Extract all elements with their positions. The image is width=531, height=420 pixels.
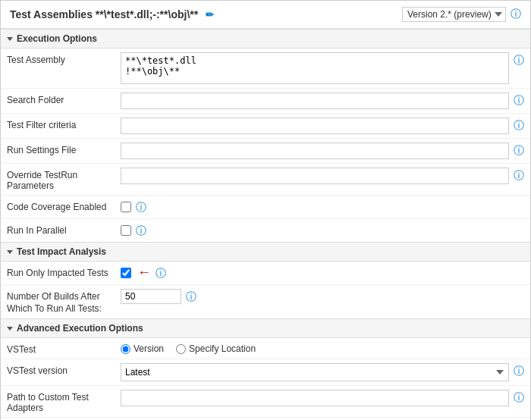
test-filter-control: ⓘ (121, 118, 524, 134)
version-radio[interactable] (121, 344, 130, 354)
path-adapters-label: Path to Custom Test Adapters (7, 390, 121, 413)
specify-location-radio[interactable] (176, 344, 186, 354)
test-impact-header[interactable]: Test Impact Analysis (1, 242, 530, 262)
run-settings-label: Run Settings File (7, 143, 121, 155)
vstest-control: Version Specify Location (121, 342, 524, 354)
version-radio-text: Version (134, 343, 164, 354)
vstest-version-label: VSTest version (7, 363, 121, 376)
search-folder-info-icon[interactable]: ⓘ (514, 94, 524, 108)
advanced-options-body: VSTest Version Specify Location (1, 338, 530, 420)
run-parallel-row: Run In Parallel ⓘ (1, 219, 530, 242)
specify-location-radio-label[interactable]: Specify Location (176, 343, 256, 354)
test-impact-title: Test Impact Analysis (17, 246, 106, 257)
test-assembly-control: **\*test*.dll !**\obj\** ⓘ (121, 52, 524, 84)
override-input[interactable] (121, 168, 509, 184)
execution-options-title: Execution Options (17, 33, 97, 44)
vstest-label: VSTest (7, 342, 121, 355)
run-only-impacted-label: Run Only Impacted Tests (7, 265, 121, 278)
test-assembly-row: Test Assembly **\*test*.dll !**\obj\** ⓘ (1, 49, 530, 89)
path-adapters-row: Path to Custom Test Adapters ⓘ (1, 386, 530, 418)
version-info-icon[interactable]: ⓘ (511, 8, 521, 21)
specify-location-radio-text: Specify Location (189, 343, 256, 354)
path-adapters-input[interactable] (121, 390, 509, 406)
run-settings-input[interactable] (121, 143, 509, 159)
vstest-version-info-icon[interactable]: ⓘ (514, 365, 524, 378)
red-arrow-indicator: ← (137, 265, 151, 279)
test-assembly-label: Test Assembly (7, 52, 121, 65)
title-text: Test Assemblies **\*test*.dll;-:**\obj\*… (10, 8, 198, 20)
execution-options-chevron (7, 37, 13, 41)
code-coverage-row: Code Coverage Enabled ⓘ (1, 196, 530, 219)
version-select[interactable]: Version 2.* (preview) Version 1.* (402, 7, 506, 22)
run-settings-row: Run Settings File ⓘ (1, 139, 530, 164)
advanced-options-chevron (7, 327, 13, 331)
run-only-impacted-checkbox[interactable] (121, 268, 131, 278)
override-control: ⓘ (121, 168, 524, 184)
page-title: Test Assemblies **\*test*.dll;-:**\obj\*… (10, 8, 214, 20)
test-assembly-info-icon[interactable]: ⓘ (514, 54, 524, 67)
path-adapters-control: ⓘ (121, 390, 524, 406)
test-filter-input[interactable] (121, 118, 509, 134)
num-builds-row: Number Of Builds After Which To Run All … (1, 285, 530, 318)
run-only-impacted-row: Run Only Impacted Tests ← ⓘ (1, 262, 530, 285)
advanced-options-title: Advanced Execution Options (17, 323, 143, 334)
test-filter-info-icon[interactable]: ⓘ (514, 119, 524, 133)
override-row: Override TestRun Parameters ⓘ (1, 164, 530, 196)
path-adapters-info-icon[interactable]: ⓘ (514, 391, 524, 405)
main-content: Execution Options Test Assembly **\*test… (1, 29, 530, 420)
num-builds-input[interactable] (121, 289, 181, 304)
vstest-version-select[interactable]: Latest Visual Studio 2017 Visual Studio … (121, 363, 509, 381)
search-folder-input[interactable] (121, 92, 509, 109)
header-right: Version 2.* (preview) Version 1.* ⓘ (402, 7, 521, 22)
run-settings-info-icon[interactable]: ⓘ (514, 144, 524, 158)
version-radio-label[interactable]: Version (121, 343, 164, 354)
num-builds-info-icon[interactable]: ⓘ (186, 290, 196, 304)
test-impact-body: Run Only Impacted Tests ← ⓘ Number Of Bu… (1, 262, 530, 318)
advanced-options-header[interactable]: Advanced Execution Options (1, 318, 530, 338)
vstest-radio-group: Version Specify Location (121, 342, 256, 354)
run-parallel-label: Run In Parallel (7, 223, 121, 236)
test-filter-label: Test Filter criteria (7, 118, 121, 130)
run-only-impacted-control: ← ⓘ (121, 265, 524, 281)
search-folder-control: ⓘ (121, 92, 524, 109)
vstest-row: VSTest Version Specify Location (1, 338, 530, 359)
vstest-version-control: Latest Visual Studio 2017 Visual Studio … (121, 363, 524, 381)
run-parallel-checkbox[interactable] (121, 225, 131, 236)
run-only-impacted-info-icon[interactable]: ⓘ (156, 267, 166, 281)
code-coverage-label: Code Coverage Enabled (7, 199, 121, 212)
edit-icon[interactable]: ✏ (206, 9, 214, 20)
run-parallel-info-icon[interactable]: ⓘ (136, 224, 146, 238)
code-coverage-checkbox[interactable] (121, 202, 131, 212)
run-parallel-control: ⓘ (121, 223, 524, 238)
execution-options-header[interactable]: Execution Options (1, 29, 530, 49)
override-info-icon[interactable]: ⓘ (514, 169, 524, 183)
search-folder-label: Search Folder (7, 92, 121, 105)
num-builds-label: Number Of Builds After Which To Run All … (7, 289, 121, 315)
num-builds-control: ⓘ (121, 289, 524, 304)
code-coverage-control: ⓘ (121, 199, 524, 215)
page-container: Test Assemblies **\*test*.dll;-:**\obj\*… (0, 0, 531, 420)
vstest-version-row: VSTest version Latest Visual Studio 2017… (1, 359, 530, 386)
header: Test Assemblies **\*test*.dll;-:**\obj\*… (1, 1, 530, 29)
code-coverage-info-icon[interactable]: ⓘ (136, 201, 146, 215)
override-label: Override TestRun Parameters (7, 168, 121, 191)
execution-options-body: Test Assembly **\*test*.dll !**\obj\** ⓘ… (1, 49, 530, 242)
test-impact-chevron (7, 250, 13, 254)
test-assembly-input[interactable]: **\*test*.dll !**\obj\** (121, 52, 509, 84)
test-filter-row: Test Filter criteria ⓘ (1, 114, 530, 139)
search-folder-row: Search Folder ⓘ (1, 89, 530, 114)
run-settings-control: ⓘ (121, 143, 524, 159)
